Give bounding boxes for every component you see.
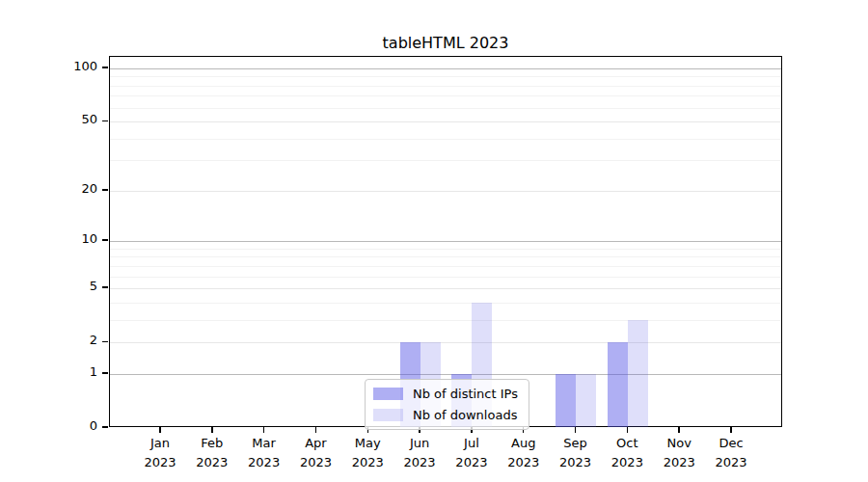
bar-downloads-oct bbox=[628, 320, 648, 427]
plot-area: Nb of distinct IPs Nb of downloads bbox=[109, 56, 782, 427]
gridline-minor bbox=[110, 277, 781, 278]
y-tick-mark bbox=[102, 372, 108, 373]
y-tick-mark bbox=[102, 67, 108, 67]
gridline-minor bbox=[110, 303, 781, 304]
x-tick-mark bbox=[159, 427, 160, 433]
gridline-secondary bbox=[110, 121, 781, 122]
y-tick-label: 50 bbox=[57, 112, 97, 126]
bar-downloads-sep bbox=[576, 374, 596, 427]
bar-distinct-ips-oct bbox=[608, 342, 628, 426]
legend-swatch-distinct-ips bbox=[373, 388, 403, 400]
y-tick-mark bbox=[102, 239, 108, 240]
gridline-minor bbox=[110, 139, 781, 140]
gridline-major bbox=[110, 68, 781, 69]
x-tick-mark bbox=[730, 427, 731, 433]
y-tick-label: 5 bbox=[57, 279, 97, 293]
y-tick-label: 20 bbox=[57, 181, 97, 196]
x-tick-mark bbox=[678, 427, 679, 433]
gridline-secondary bbox=[110, 342, 781, 343]
gridline-minor bbox=[110, 266, 781, 267]
x-tick-label: Dec2023 bbox=[700, 434, 762, 471]
bar-distinct-ips-sep bbox=[556, 374, 576, 427]
chart-title: tableHTML 2023 bbox=[109, 34, 782, 52]
y-tick-mark bbox=[102, 120, 108, 121]
x-tick-mark bbox=[575, 427, 576, 433]
legend-label-downloads: Nb of downloads bbox=[413, 408, 517, 422]
gridline-secondary bbox=[110, 191, 781, 192]
gridline-minor bbox=[110, 76, 781, 77]
legend: Nb of distinct IPs Nb of downloads bbox=[365, 379, 529, 430]
legend-label-distinct-ips: Nb of distinct IPs bbox=[413, 387, 518, 401]
y-tick-mark bbox=[102, 189, 108, 190]
y-tick-mark bbox=[102, 341, 108, 342]
gridline-minor bbox=[110, 320, 781, 321]
y-tick-label: 1 bbox=[57, 364, 97, 379]
gridline-minor bbox=[110, 160, 781, 161]
x-tick-year: 2023 bbox=[700, 453, 762, 472]
y-tick-mark bbox=[102, 286, 108, 287]
y-tick-mark bbox=[102, 426, 108, 427]
y-tick-label: 0 bbox=[57, 418, 97, 433]
gridline-minor bbox=[110, 95, 781, 96]
x-tick-mark bbox=[211, 427, 212, 433]
x-tick-mark bbox=[627, 427, 628, 433]
gridline-minor bbox=[110, 108, 781, 109]
gridline-secondary bbox=[110, 288, 781, 289]
legend-row-distinct-ips: Nb of distinct IPs bbox=[373, 387, 518, 401]
y-tick-label: 2 bbox=[57, 333, 97, 347]
y-tick-label: 100 bbox=[57, 59, 97, 73]
x-tick-mark bbox=[263, 427, 264, 433]
gridline-minor bbox=[110, 249, 781, 250]
legend-swatch-downloads bbox=[373, 409, 403, 421]
legend-row-downloads: Nb of downloads bbox=[373, 408, 518, 422]
figure: tableHTML 2023 Nb of distinct IPs Nb of … bbox=[0, 0, 868, 482]
gridline-minor bbox=[110, 86, 781, 87]
y-tick-label: 10 bbox=[57, 231, 97, 246]
gridline-minor bbox=[110, 256, 781, 257]
gridline-major bbox=[110, 241, 781, 242]
x-tick-month: Dec bbox=[700, 434, 762, 453]
x-tick-mark bbox=[315, 427, 316, 433]
gridline-major bbox=[110, 374, 781, 375]
